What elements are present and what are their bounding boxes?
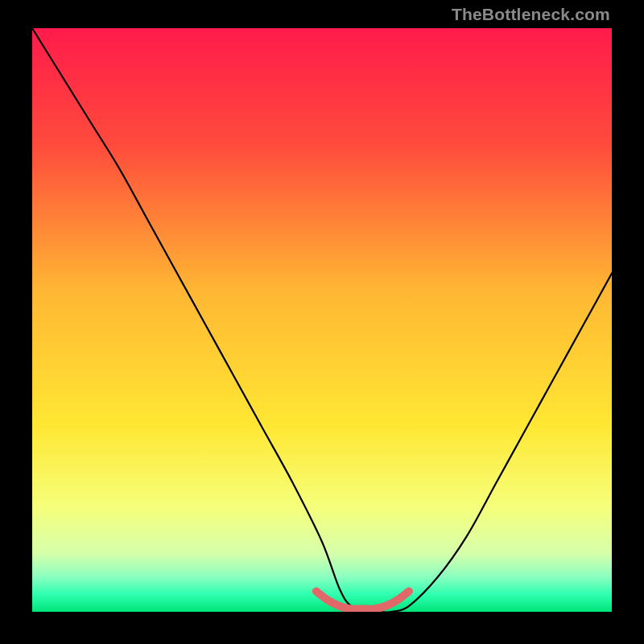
plot-area xyxy=(32,28,612,612)
chart-frame: TheBottleneck.com xyxy=(0,0,644,644)
bottleneck-curve xyxy=(32,28,612,612)
chart-curve-layer xyxy=(32,28,612,612)
watermark-text: TheBottleneck.com xyxy=(452,5,610,24)
bottom-marker xyxy=(316,592,409,609)
